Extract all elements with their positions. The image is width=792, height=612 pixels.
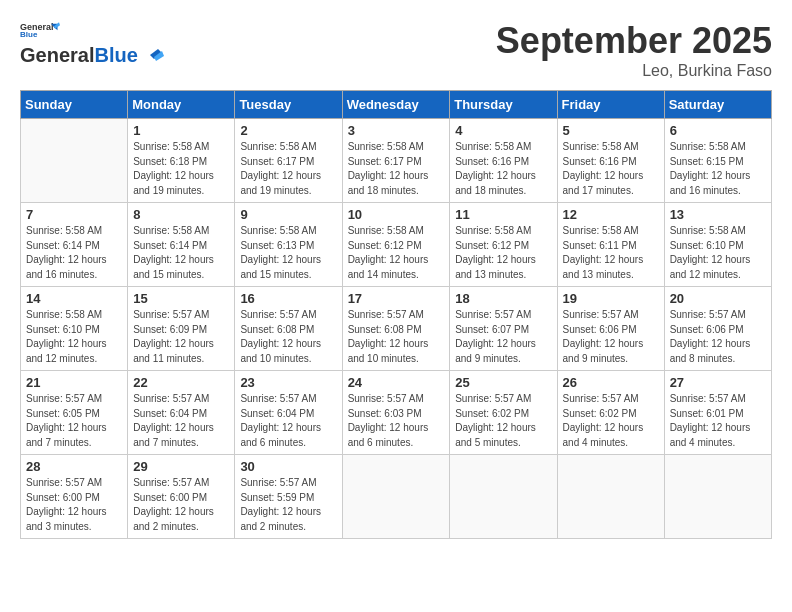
day-info: Sunrise: 5:57 AM Sunset: 6:02 PM Dayligh… xyxy=(455,392,551,450)
calendar-cell xyxy=(664,455,771,539)
calendar-cell xyxy=(557,455,664,539)
day-info: Sunrise: 5:58 AM Sunset: 6:17 PM Dayligh… xyxy=(348,140,445,198)
logo-icon: General Blue xyxy=(20,20,60,40)
calendar-table: SundayMondayTuesdayWednesdayThursdayFrid… xyxy=(20,90,772,539)
day-info: Sunrise: 5:57 AM Sunset: 6:06 PM Dayligh… xyxy=(563,308,659,366)
day-number: 22 xyxy=(133,375,229,390)
calendar-cell: 30Sunrise: 5:57 AM Sunset: 5:59 PM Dayli… xyxy=(235,455,342,539)
day-info: Sunrise: 5:57 AM Sunset: 6:07 PM Dayligh… xyxy=(455,308,551,366)
day-number: 19 xyxy=(563,291,659,306)
day-number: 10 xyxy=(348,207,445,222)
day-info: Sunrise: 5:58 AM Sunset: 6:12 PM Dayligh… xyxy=(348,224,445,282)
calendar-body: 1Sunrise: 5:58 AM Sunset: 6:18 PM Daylig… xyxy=(21,119,772,539)
day-number: 17 xyxy=(348,291,445,306)
calendar-week-row: 14Sunrise: 5:58 AM Sunset: 6:10 PM Dayli… xyxy=(21,287,772,371)
calendar-cell: 2Sunrise: 5:58 AM Sunset: 6:17 PM Daylig… xyxy=(235,119,342,203)
month-title: September 2025 xyxy=(496,20,772,62)
day-number: 6 xyxy=(670,123,766,138)
calendar-cell: 28Sunrise: 5:57 AM Sunset: 6:00 PM Dayli… xyxy=(21,455,128,539)
page-header: General Blue General Blue September 2025… xyxy=(20,20,772,80)
calendar-cell: 19Sunrise: 5:57 AM Sunset: 6:06 PM Dayli… xyxy=(557,287,664,371)
calendar-cell: 12Sunrise: 5:58 AM Sunset: 6:11 PM Dayli… xyxy=(557,203,664,287)
day-info: Sunrise: 5:58 AM Sunset: 6:11 PM Dayligh… xyxy=(563,224,659,282)
day-info: Sunrise: 5:57 AM Sunset: 6:09 PM Dayligh… xyxy=(133,308,229,366)
day-header-sunday: Sunday xyxy=(21,91,128,119)
day-number: 20 xyxy=(670,291,766,306)
day-info: Sunrise: 5:57 AM Sunset: 6:08 PM Dayligh… xyxy=(240,308,336,366)
day-info: Sunrise: 5:58 AM Sunset: 6:13 PM Dayligh… xyxy=(240,224,336,282)
day-info: Sunrise: 5:57 AM Sunset: 6:01 PM Dayligh… xyxy=(670,392,766,450)
day-info: Sunrise: 5:58 AM Sunset: 6:17 PM Dayligh… xyxy=(240,140,336,198)
calendar-cell: 20Sunrise: 5:57 AM Sunset: 6:06 PM Dayli… xyxy=(664,287,771,371)
day-info: Sunrise: 5:58 AM Sunset: 6:15 PM Dayligh… xyxy=(670,140,766,198)
day-number: 4 xyxy=(455,123,551,138)
day-number: 3 xyxy=(348,123,445,138)
day-number: 5 xyxy=(563,123,659,138)
day-number: 13 xyxy=(670,207,766,222)
calendar-cell: 25Sunrise: 5:57 AM Sunset: 6:02 PM Dayli… xyxy=(450,371,557,455)
calendar-cell: 1Sunrise: 5:58 AM Sunset: 6:18 PM Daylig… xyxy=(128,119,235,203)
calendar-cell: 27Sunrise: 5:57 AM Sunset: 6:01 PM Dayli… xyxy=(664,371,771,455)
day-info: Sunrise: 5:58 AM Sunset: 6:12 PM Dayligh… xyxy=(455,224,551,282)
day-info: Sunrise: 5:57 AM Sunset: 6:00 PM Dayligh… xyxy=(133,476,229,534)
header-row: SundayMondayTuesdayWednesdayThursdayFrid… xyxy=(21,91,772,119)
calendar-week-row: 7Sunrise: 5:58 AM Sunset: 6:14 PM Daylig… xyxy=(21,203,772,287)
calendar-cell: 29Sunrise: 5:57 AM Sunset: 6:00 PM Dayli… xyxy=(128,455,235,539)
title-block: September 2025 Leo, Burkina Faso xyxy=(496,20,772,80)
calendar-cell: 14Sunrise: 5:58 AM Sunset: 6:10 PM Dayli… xyxy=(21,287,128,371)
day-header-monday: Monday xyxy=(128,91,235,119)
day-number: 15 xyxy=(133,291,229,306)
svg-text:Blue: Blue xyxy=(20,30,38,39)
day-number: 24 xyxy=(348,375,445,390)
day-header-friday: Friday xyxy=(557,91,664,119)
day-header-tuesday: Tuesday xyxy=(235,91,342,119)
day-info: Sunrise: 5:57 AM Sunset: 5:59 PM Dayligh… xyxy=(240,476,336,534)
calendar-cell xyxy=(342,455,450,539)
day-number: 29 xyxy=(133,459,229,474)
calendar-cell: 13Sunrise: 5:58 AM Sunset: 6:10 PM Dayli… xyxy=(664,203,771,287)
logo-bird-icon xyxy=(140,47,164,65)
calendar-cell: 11Sunrise: 5:58 AM Sunset: 6:12 PM Dayli… xyxy=(450,203,557,287)
day-info: Sunrise: 5:57 AM Sunset: 6:00 PM Dayligh… xyxy=(26,476,122,534)
day-header-wednesday: Wednesday xyxy=(342,91,450,119)
day-number: 8 xyxy=(133,207,229,222)
calendar-cell: 24Sunrise: 5:57 AM Sunset: 6:03 PM Dayli… xyxy=(342,371,450,455)
day-info: Sunrise: 5:57 AM Sunset: 6:08 PM Dayligh… xyxy=(348,308,445,366)
day-info: Sunrise: 5:58 AM Sunset: 6:10 PM Dayligh… xyxy=(26,308,122,366)
calendar-cell: 23Sunrise: 5:57 AM Sunset: 6:04 PM Dayli… xyxy=(235,371,342,455)
day-info: Sunrise: 5:57 AM Sunset: 6:02 PM Dayligh… xyxy=(563,392,659,450)
day-number: 27 xyxy=(670,375,766,390)
day-number: 7 xyxy=(26,207,122,222)
day-info: Sunrise: 5:57 AM Sunset: 6:04 PM Dayligh… xyxy=(240,392,336,450)
calendar-cell: 8Sunrise: 5:58 AM Sunset: 6:14 PM Daylig… xyxy=(128,203,235,287)
calendar-header: SundayMondayTuesdayWednesdayThursdayFrid… xyxy=(21,91,772,119)
day-info: Sunrise: 5:57 AM Sunset: 6:06 PM Dayligh… xyxy=(670,308,766,366)
day-info: Sunrise: 5:58 AM Sunset: 6:16 PM Dayligh… xyxy=(563,140,659,198)
calendar-cell: 22Sunrise: 5:57 AM Sunset: 6:04 PM Dayli… xyxy=(128,371,235,455)
day-info: Sunrise: 5:57 AM Sunset: 6:04 PM Dayligh… xyxy=(133,392,229,450)
calendar-cell: 15Sunrise: 5:57 AM Sunset: 6:09 PM Dayli… xyxy=(128,287,235,371)
calendar-cell: 6Sunrise: 5:58 AM Sunset: 6:15 PM Daylig… xyxy=(664,119,771,203)
day-info: Sunrise: 5:58 AM Sunset: 6:14 PM Dayligh… xyxy=(26,224,122,282)
day-number: 28 xyxy=(26,459,122,474)
calendar-cell: 26Sunrise: 5:57 AM Sunset: 6:02 PM Dayli… xyxy=(557,371,664,455)
calendar-cell: 21Sunrise: 5:57 AM Sunset: 6:05 PM Dayli… xyxy=(21,371,128,455)
day-number: 9 xyxy=(240,207,336,222)
calendar-cell: 10Sunrise: 5:58 AM Sunset: 6:12 PM Dayli… xyxy=(342,203,450,287)
calendar-cell: 4Sunrise: 5:58 AM Sunset: 6:16 PM Daylig… xyxy=(450,119,557,203)
day-info: Sunrise: 5:58 AM Sunset: 6:10 PM Dayligh… xyxy=(670,224,766,282)
day-info: Sunrise: 5:57 AM Sunset: 6:03 PM Dayligh… xyxy=(348,392,445,450)
calendar-cell: 5Sunrise: 5:58 AM Sunset: 6:16 PM Daylig… xyxy=(557,119,664,203)
day-info: Sunrise: 5:57 AM Sunset: 6:05 PM Dayligh… xyxy=(26,392,122,450)
day-info: Sunrise: 5:58 AM Sunset: 6:16 PM Dayligh… xyxy=(455,140,551,198)
day-number: 11 xyxy=(455,207,551,222)
calendar-cell: 18Sunrise: 5:57 AM Sunset: 6:07 PM Dayli… xyxy=(450,287,557,371)
calendar-week-row: 21Sunrise: 5:57 AM Sunset: 6:05 PM Dayli… xyxy=(21,371,772,455)
day-info: Sunrise: 5:58 AM Sunset: 6:14 PM Dayligh… xyxy=(133,224,229,282)
day-info: Sunrise: 5:58 AM Sunset: 6:18 PM Dayligh… xyxy=(133,140,229,198)
calendar-cell: 3Sunrise: 5:58 AM Sunset: 6:17 PM Daylig… xyxy=(342,119,450,203)
day-number: 21 xyxy=(26,375,122,390)
day-number: 25 xyxy=(455,375,551,390)
day-number: 18 xyxy=(455,291,551,306)
calendar-cell xyxy=(21,119,128,203)
